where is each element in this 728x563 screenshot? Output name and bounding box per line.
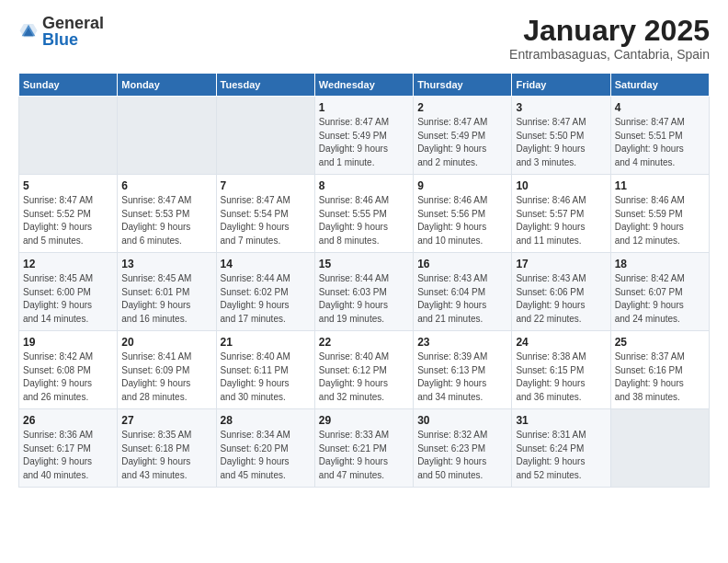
day-number: 21 bbox=[221, 336, 311, 349]
cell-details: Sunrise: 8:33 AMSunset: 6:21 PMDaylight:… bbox=[319, 429, 409, 482]
weekday-header-friday: Friday bbox=[512, 74, 610, 97]
calendar-cell: 12Sunrise: 8:45 AMSunset: 6:00 PMDayligh… bbox=[19, 253, 118, 331]
cell-details: Sunrise: 8:42 AMSunset: 6:08 PMDaylight:… bbox=[23, 350, 113, 404]
cell-details: Sunrise: 8:32 AMSunset: 6:23 PMDaylight:… bbox=[417, 429, 507, 482]
calendar-cell: 20Sunrise: 8:41 AMSunset: 6:09 PMDayligh… bbox=[118, 331, 216, 409]
day-number: 20 bbox=[121, 336, 211, 349]
cell-details: Sunrise: 8:39 AMSunset: 6:13 PMDaylight:… bbox=[417, 350, 507, 404]
calendar-cell: 16Sunrise: 8:43 AMSunset: 6:04 PMDayligh… bbox=[414, 253, 512, 331]
logo-blue: Blue bbox=[42, 31, 104, 48]
cell-details: Sunrise: 8:44 AMSunset: 6:02 PMDaylight:… bbox=[221, 272, 311, 326]
calendar-cell: 2Sunrise: 8:47 AMSunset: 5:49 PMDaylight… bbox=[414, 97, 512, 175]
calendar-week-row: 19Sunrise: 8:42 AMSunset: 6:08 PMDayligh… bbox=[19, 331, 710, 409]
day-number: 7 bbox=[221, 179, 311, 192]
calendar-cell: 11Sunrise: 8:46 AMSunset: 5:59 PMDayligh… bbox=[610, 175, 709, 253]
day-number: 13 bbox=[121, 258, 211, 270]
cell-details: Sunrise: 8:40 AMSunset: 6:11 PMDaylight:… bbox=[221, 350, 311, 404]
calendar-cell: 17Sunrise: 8:43 AMSunset: 6:06 PMDayligh… bbox=[512, 253, 610, 331]
calendar-week-row: 5Sunrise: 8:47 AMSunset: 5:52 PMDaylight… bbox=[19, 175, 710, 253]
day-number: 18 bbox=[615, 258, 705, 270]
calendar-cell bbox=[216, 97, 314, 175]
calendar-week-row: 26Sunrise: 8:36 AMSunset: 6:17 PMDayligh… bbox=[19, 409, 710, 488]
header: General Blue January 2025 Entrambasaguas… bbox=[18, 15, 710, 62]
calendar-cell: 31Sunrise: 8:31 AMSunset: 6:24 PMDayligh… bbox=[512, 409, 610, 488]
day-number: 19 bbox=[23, 336, 113, 349]
day-number: 27 bbox=[121, 414, 211, 427]
calendar-cell: 28Sunrise: 8:34 AMSunset: 6:20 PMDayligh… bbox=[216, 409, 314, 488]
weekday-header-saturday: Saturday bbox=[610, 74, 709, 97]
calendar-cell: 10Sunrise: 8:46 AMSunset: 5:57 PMDayligh… bbox=[512, 175, 610, 253]
weekday-header-sunday: Sunday bbox=[19, 74, 118, 97]
day-number: 25 bbox=[615, 336, 705, 349]
cell-details: Sunrise: 8:42 AMSunset: 6:07 PMDaylight:… bbox=[615, 272, 705, 326]
calendar-cell: 23Sunrise: 8:39 AMSunset: 6:13 PMDayligh… bbox=[414, 331, 512, 409]
day-number: 10 bbox=[516, 179, 606, 192]
calendar-cell: 25Sunrise: 8:37 AMSunset: 6:16 PMDayligh… bbox=[610, 331, 709, 409]
cell-details: Sunrise: 8:45 AMSunset: 6:01 PMDaylight:… bbox=[121, 272, 211, 326]
calendar-cell bbox=[610, 409, 709, 488]
day-number: 29 bbox=[319, 414, 409, 427]
cell-details: Sunrise: 8:47 AMSunset: 5:52 PMDaylight:… bbox=[23, 194, 113, 247]
day-number: 5 bbox=[23, 179, 113, 192]
logo: General Blue bbox=[18, 15, 104, 48]
logo-general: General bbox=[42, 15, 104, 31]
cell-details: Sunrise: 8:31 AMSunset: 6:24 PMDaylight:… bbox=[516, 429, 606, 482]
calendar-week-row: 1Sunrise: 8:47 AMSunset: 5:49 PMDaylight… bbox=[19, 97, 710, 175]
weekday-header-wednesday: Wednesday bbox=[314, 74, 413, 97]
day-number: 30 bbox=[417, 414, 507, 427]
cell-details: Sunrise: 8:47 AMSunset: 5:54 PMDaylight:… bbox=[221, 194, 311, 247]
cell-details: Sunrise: 8:37 AMSunset: 6:16 PMDaylight:… bbox=[615, 350, 705, 404]
cell-details: Sunrise: 8:47 AMSunset: 5:51 PMDaylight:… bbox=[615, 116, 705, 169]
calendar-cell: 1Sunrise: 8:47 AMSunset: 5:49 PMDaylight… bbox=[314, 97, 413, 175]
day-number: 28 bbox=[221, 414, 311, 427]
cell-details: Sunrise: 8:45 AMSunset: 6:00 PMDaylight:… bbox=[23, 272, 113, 326]
calendar-cell: 3Sunrise: 8:47 AMSunset: 5:50 PMDaylight… bbox=[512, 97, 610, 175]
day-number: 9 bbox=[417, 179, 507, 192]
calendar-cell: 5Sunrise: 8:47 AMSunset: 5:52 PMDaylight… bbox=[19, 175, 118, 253]
cell-details: Sunrise: 8:47 AMSunset: 5:53 PMDaylight:… bbox=[121, 194, 211, 247]
calendar-cell: 9Sunrise: 8:46 AMSunset: 5:56 PMDaylight… bbox=[414, 175, 512, 253]
day-number: 16 bbox=[417, 258, 507, 270]
calendar-cell: 22Sunrise: 8:40 AMSunset: 6:12 PMDayligh… bbox=[314, 331, 413, 409]
day-number: 17 bbox=[516, 258, 606, 270]
day-number: 12 bbox=[23, 258, 113, 270]
page: General Blue January 2025 Entrambasaguas… bbox=[0, 0, 728, 506]
day-number: 31 bbox=[516, 414, 606, 427]
calendar-cell: 27Sunrise: 8:35 AMSunset: 6:18 PMDayligh… bbox=[118, 409, 216, 488]
cell-details: Sunrise: 8:34 AMSunset: 6:20 PMDaylight:… bbox=[221, 429, 311, 482]
day-number: 15 bbox=[319, 258, 409, 270]
cell-details: Sunrise: 8:47 AMSunset: 5:50 PMDaylight:… bbox=[516, 116, 606, 169]
subtitle: Entrambasaguas, Cantabria, Spain bbox=[509, 47, 710, 62]
cell-details: Sunrise: 8:46 AMSunset: 5:59 PMDaylight:… bbox=[615, 194, 705, 247]
day-number: 3 bbox=[516, 101, 606, 114]
calendar-cell: 26Sunrise: 8:36 AMSunset: 6:17 PMDayligh… bbox=[19, 409, 118, 488]
cell-details: Sunrise: 8:46 AMSunset: 5:55 PMDaylight:… bbox=[319, 194, 409, 247]
logo-text: General Blue bbox=[42, 15, 104, 48]
day-number: 24 bbox=[516, 336, 606, 349]
calendar-week-row: 12Sunrise: 8:45 AMSunset: 6:00 PMDayligh… bbox=[19, 253, 710, 331]
cell-details: Sunrise: 8:41 AMSunset: 6:09 PMDaylight:… bbox=[121, 350, 211, 404]
calendar-cell: 13Sunrise: 8:45 AMSunset: 6:01 PMDayligh… bbox=[118, 253, 216, 331]
day-number: 2 bbox=[417, 101, 507, 114]
day-number: 8 bbox=[319, 179, 409, 192]
day-number: 11 bbox=[615, 179, 705, 192]
day-number: 4 bbox=[615, 101, 705, 114]
weekday-header-row: SundayMondayTuesdayWednesdayThursdayFrid… bbox=[19, 74, 710, 97]
calendar-cell bbox=[19, 97, 118, 175]
calendar-cell: 19Sunrise: 8:42 AMSunset: 6:08 PMDayligh… bbox=[19, 331, 118, 409]
calendar-table: SundayMondayTuesdayWednesdayThursdayFrid… bbox=[18, 73, 710, 488]
day-number: 22 bbox=[319, 336, 409, 349]
cell-details: Sunrise: 8:46 AMSunset: 5:57 PMDaylight:… bbox=[516, 194, 606, 247]
calendar-cell: 4Sunrise: 8:47 AMSunset: 5:51 PMDaylight… bbox=[610, 97, 709, 175]
cell-details: Sunrise: 8:35 AMSunset: 6:18 PMDaylight:… bbox=[121, 429, 211, 482]
cell-details: Sunrise: 8:38 AMSunset: 6:15 PMDaylight:… bbox=[516, 350, 606, 404]
calendar-cell: 18Sunrise: 8:42 AMSunset: 6:07 PMDayligh… bbox=[610, 253, 709, 331]
weekday-header-tuesday: Tuesday bbox=[216, 74, 314, 97]
cell-details: Sunrise: 8:47 AMSunset: 5:49 PMDaylight:… bbox=[319, 116, 409, 169]
cell-details: Sunrise: 8:43 AMSunset: 6:06 PMDaylight:… bbox=[516, 272, 606, 326]
calendar-cell: 7Sunrise: 8:47 AMSunset: 5:54 PMDaylight… bbox=[216, 175, 314, 253]
weekday-header-monday: Monday bbox=[118, 74, 216, 97]
calendar-cell bbox=[118, 97, 216, 175]
cell-details: Sunrise: 8:46 AMSunset: 5:56 PMDaylight:… bbox=[417, 194, 507, 247]
cell-details: Sunrise: 8:43 AMSunset: 6:04 PMDaylight:… bbox=[417, 272, 507, 326]
